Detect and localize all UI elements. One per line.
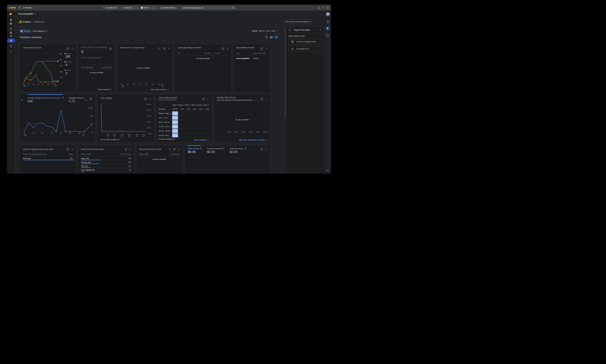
svg-text:29: 29 <box>152 84 153 85</box>
svg-text:May: May <box>24 134 27 136</box>
svg-text:0.0%: 0.0% <box>180 108 184 110</box>
svg-text:Jun 29 - Jul 5: Jun 29 - Jul 5 <box>159 134 169 136</box>
svg-text:Week 4: Week 4 <box>197 104 203 106</box>
svg-text:0.0%: 0.0% <box>186 108 190 110</box>
svg-text:12: 12 <box>113 136 115 137</box>
svg-text:23: 23 <box>133 84 135 85</box>
svg-text:0.0%: 0.0% <box>205 108 209 110</box>
svg-text:0.0%: 0.0% <box>148 133 151 134</box>
svg-text:29: 29 <box>69 132 71 134</box>
svg-text:Jun 22 - Jun 28: Jun 22 - Jun 28 <box>159 130 170 132</box>
svg-text:$0.60: $0.60 <box>249 131 252 133</box>
svg-text:26: 26 <box>128 136 130 137</box>
svg-text:01: 01 <box>54 83 56 85</box>
svg-text:250: 250 <box>59 53 62 55</box>
svg-text:40s: 40s <box>91 115 93 117</box>
svg-text:Jun 8 - Jun 14: Jun 8 - Jun 14 <box>159 121 169 123</box>
svg-text:1m 00s: 1m 00s <box>88 107 93 109</box>
svg-text:19: 19 <box>121 84 122 85</box>
svg-text:27: 27 <box>145 84 147 85</box>
svg-text:27: 27 <box>60 132 62 134</box>
svg-text:Day: Day <box>135 134 138 136</box>
svg-text:150: 150 <box>59 65 62 67</box>
svg-text:Week 1: Week 1 <box>179 104 184 106</box>
svg-text:All Users: All Users <box>159 108 165 110</box>
svg-text:$0.80: $0.80 <box>256 131 260 133</box>
svg-text:1 DAY: 1 DAY <box>66 70 71 71</box>
svg-text:31: 31 <box>158 84 160 85</box>
svg-text:?: ? <box>327 35 328 36</box>
svg-text:Day: Day <box>128 134 131 136</box>
svg-text:20s: 20s <box>91 123 93 125</box>
svg-text:0: 0 <box>61 83 62 84</box>
svg-text:?: ? <box>223 148 224 149</box>
svg-text:Jun: Jun <box>82 134 85 136</box>
svg-text:Jun: Jun <box>161 85 164 87</box>
svg-text:29: 29 <box>47 83 49 85</box>
svg-text:?: ? <box>200 148 201 149</box>
svg-text:200: 200 <box>59 59 62 61</box>
svg-text:01: 01 <box>161 84 163 85</box>
svg-text:Week 2: Week 2 <box>185 104 190 106</box>
svg-text:40: 40 <box>143 136 145 137</box>
svg-text:80.0%: 80.0% <box>147 109 151 111</box>
svg-text:100.0%: 100.0% <box>172 108 178 110</box>
svg-text:23: 23 <box>42 132 43 134</box>
svg-text:25: 25 <box>139 84 141 85</box>
svg-text:Day: Day <box>142 134 145 136</box>
svg-text:19: 19 <box>121 136 123 137</box>
svg-text:9: 9 <box>66 63 67 66</box>
svg-text:40.0%: 40.0% <box>147 121 151 123</box>
svg-text:Jun 15 - Jun 21: Jun 15 - Jun 21 <box>159 126 170 128</box>
svg-text:31: 31 <box>79 132 80 134</box>
svg-text:Jun: Jun <box>55 85 57 87</box>
svg-text:60.0%: 60.0% <box>147 115 151 117</box>
svg-text:May: May <box>121 85 124 87</box>
svg-text:25: 25 <box>51 132 53 134</box>
svg-text:May: May <box>23 85 26 87</box>
svg-text:31: 31 <box>52 83 54 85</box>
svg-text:01: 01 <box>83 132 85 134</box>
svg-text:21: 21 <box>32 132 34 134</box>
svg-text:Day: Day <box>120 134 123 136</box>
svg-text:27: 27 <box>42 83 44 85</box>
svg-text:$0.40: $0.40 <box>242 131 245 133</box>
svg-text:?: ? <box>245 148 246 149</box>
svg-text:0s: 0s <box>91 131 93 133</box>
svg-text:0.0%: 0.0% <box>199 108 203 110</box>
svg-text:20.0%: 20.0% <box>147 127 151 129</box>
svg-text:19: 19 <box>23 132 25 134</box>
svg-text:25: 25 <box>38 83 39 85</box>
svg-text:33: 33 <box>136 136 138 137</box>
svg-text:21: 21 <box>28 83 29 85</box>
svg-text:Week 5: Week 5 <box>203 104 209 106</box>
svg-text:0.0%: 0.0% <box>193 108 197 110</box>
svg-text:181: 181 <box>66 55 70 58</box>
svg-text:3: 3 <box>66 72 67 75</box>
svg-text:Day: Day <box>106 134 109 136</box>
svg-text:Jun 1 - Jun 7: Jun 1 - Jun 7 <box>159 117 168 119</box>
svg-text:50: 50 <box>60 77 62 78</box>
svg-text:$0.20: $0.20 <box>234 131 238 133</box>
svg-text:$1.00: $1.00 <box>263 131 267 133</box>
svg-text:No data available: No data available <box>235 119 249 121</box>
svg-text:30 DA…: 30 DA… <box>66 53 72 54</box>
svg-text:23: 23 <box>32 83 34 85</box>
svg-text:7 DAYS: 7 DAYS <box>66 61 72 63</box>
svg-text:May 25 - May 31: May 25 - May 31 <box>159 112 171 114</box>
svg-text:19: 19 <box>23 83 25 85</box>
svg-text:Week 3: Week 3 <box>191 104 197 106</box>
svg-text:Week 0: Week 0 <box>172 104 178 106</box>
svg-text:100: 100 <box>59 71 62 73</box>
svg-text:100.0%: 100.0% <box>146 104 151 105</box>
svg-text:5: 5 <box>107 136 108 137</box>
svg-text:21: 21 <box>127 84 129 85</box>
svg-text:No data available: No data available <box>136 67 150 69</box>
svg-text:Day: Day <box>113 134 116 136</box>
svg-text:$0.00: $0.00 <box>227 131 231 133</box>
